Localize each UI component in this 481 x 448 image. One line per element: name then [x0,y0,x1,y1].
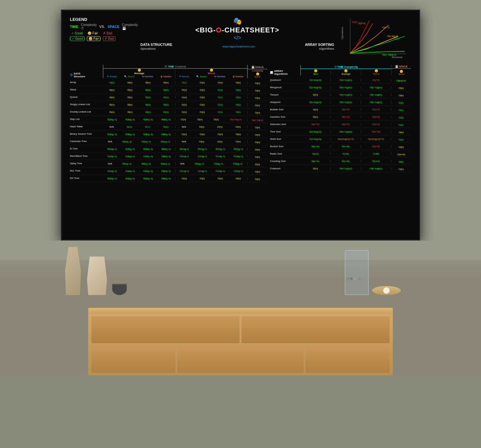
sort-worst-8: O(n(log(n))^2) [361,138,391,140]
ds-space-0: O(n) [248,80,267,85]
sort-best-6: Ω(n^2) [300,123,331,126]
sort-row-3: Heapsort Ω(n log(n)) Θ(n log(n)) O(n log… [270,98,411,106]
worst-face-sort: 😠 [361,69,391,72]
sort-worst-4: O(n^2) [361,108,391,111]
sort-row-10: Radix Sort Ω(nk) Θ(nk) O(nk) O(n+k) [270,150,411,157]
website-link: www.bigocheatsheet.com [222,45,255,48]
ds-row-1: Stack Θ(n) Θ(n) Θ(1) Θ(1) O(n) O(n) O(1)… [70,86,267,94]
sort-best-11: Ω(n+k) [300,160,331,163]
sort-avg-3: Θ(n log(n)) [331,101,361,104]
ds-col-header: DATAStructure [74,72,85,78]
avg-face-sort: 😊 [331,69,361,72]
sort-worst-5: O(n^2) [361,115,391,118]
dresser-drawers-top [88,314,393,344]
time-complexity-col-sub: Complexity [175,65,186,68]
sort-best-10: Ω(nk) [300,152,331,155]
ds-worst-10: Θ(log n) Θ(log n) Θ(log n) Θ(log n) [175,155,248,158]
space-bad-badge: ✗ Bad [103,36,115,41]
ds-avg-4: Θ(n) Θ(n) Θ(1) Θ(1) [103,111,175,114]
time-fair-badge: 😐 Fair [86,31,99,35]
poster-top: LEGEND TIME Complexity ⏱ VS. SPACE Compl… [70,17,411,62]
sort-name-3: Heapsort [270,101,300,104]
data-structure-section: 🗄 DATAStructure ⏱ TIME Complexity [70,65,267,182]
mask-icon: 🎭 [233,17,242,25]
sort-best-0: Ω(n log(n)) [300,79,331,81]
worst-access-icon: 👁 Access [179,75,189,78]
ds-row-9: B-Tree Θ(log n) Θ(log n) Θ(log n) Θ(log … [70,145,267,153]
ds-avg-5: Θ(log n) Θ(log n) Θ(log n) Θ(log n) [103,118,175,121]
legend-area: LEGEND TIME Complexity ⏱ VS. SPACE Compl… [70,17,134,42]
sort-avg-4: Θ(n^2) [331,108,361,111]
array-col-header: ARRAYAlgorithms [274,70,288,75]
glass-vase [345,250,369,295]
sort-space-2: O(n) [391,92,411,97]
sort-space-10: O(n+k) [391,151,411,156]
ds-avg-11: N/A Θ(log n) Θ(log n) Θ(log n) [103,162,175,165]
sort-space-9: O(n) [391,143,411,149]
ds-space-2: O(n) [248,94,267,100]
sort-row-7: Tree Sort Ω(n log(n)) Θ(n log(n)) O(n^2)… [270,128,411,135]
worst-label-sort: Worst [361,72,391,75]
sort-best-1: Ω(n log(n)) [300,86,331,89]
space-ratings-row: ✓ Good 😐 Fair ✗ Bad [70,36,134,41]
ds-avg-10: Θ(log n) Θ(log n) Θ(log n) Θ(log n) [103,155,175,158]
sort-avg-9: Θ(n+k) [331,145,361,148]
sort-worst-10: O(nk) [361,152,391,155]
vase-2 [87,257,107,295]
ds-avg-9: Θ(log n) Θ(log n) Θ(log n) Θ(log n) [103,148,175,150]
nest-decoration [372,286,401,295]
drawer-1 [91,316,240,343]
sort-avg-2: Θ(n log(n)) [331,93,361,96]
space-complexity-sub: Complexity [248,70,267,72]
sort-best-7: Ω(n log(n)) [300,130,331,133]
legend-title: LEGEND [70,17,134,22]
ds-avg-6: N/A Θ(1) Θ(1) Θ(1) [103,125,175,128]
ds-row-3: Singly-Linked List Θ(n) Θ(n) Θ(1) Θ(1) O… [70,101,267,108]
ds-space-8: O(n) [248,139,267,144]
svg-text:Operations: Operations [341,27,344,39]
sort-row-4: Bubble Sort Ω(n) Θ(n^2) O(n^2) O(1) [270,106,411,113]
sort-avg-0: Θ(n log(n)) [331,79,361,81]
sort-name-1: Mergesort [270,86,300,89]
subtitle: </> [233,35,241,41]
array-sorting-title: ARRAY SORTINGAlgorithms [305,43,334,50]
array-sorting-section: 📊 ARRAYAlgorithms ⏱ TIME Complexity 😊 B [270,65,411,182]
ds-avg-13: Θ(log n) Θ(log n) Θ(log n) Θ(log n) [103,177,175,180]
sort-worst-12: O(n log(n)) [361,167,391,170]
sort-avg-10: Θ(nk) [331,152,361,155]
sort-worst-2: O(n log(n)) [361,93,391,96]
ds-space-10: O(n) [248,153,267,159]
data-structure-table: Array Θ(1) Θ(n) Θ(n) Θ(n) O(1) O(n) O(n)… [70,79,267,182]
ds-name-7: Binary Search Tree [70,132,103,136]
time-good-badge: ✓ Good [70,31,84,35]
space-fair-badge: 😐 Fair [87,36,100,41]
ds-avg-8: N/A Θ(log n) Θ(log n) Θ(log n) [103,140,175,143]
ds-row-6: Hash Table N/A Θ(1) Θ(1) Θ(1) N/A O(n) O… [70,123,267,131]
sort-best-3: Ω(n log(n)) [300,101,331,104]
drawer-2 [241,316,390,343]
sort-name-11: Counting Sort [270,160,300,163]
sort-avg-6: Θ(n^2) [331,123,361,126]
sort-time-header: TIME Complexity [337,65,358,68]
ds-name-12: AVL Tree [70,169,103,173]
header-center: 🎭 <BIG-O-CHEATSHEET> </> DATA STRUCTUREO… [134,17,341,50]
dresser [88,308,393,375]
drawer-3 [91,346,175,373]
sort-worst-1: O(n log(n)) [361,86,391,89]
sort-row-1: Mergesort Ω(n log(n)) Θ(n log(n)) O(n lo… [270,84,411,91]
sorting-table: Quicksort Ω(n log(n)) Θ(n log(n)) O(n^2)… [270,76,411,172]
sort-row-9: Bucket Sort Ω(n+k) Θ(n+k) O(n^2) O(n) [270,143,411,150]
dresser-drawers-bottom [88,344,393,375]
best-label: Best [301,72,331,75]
space-complexity-label: SPACE [107,25,119,29]
sort-name-7: Tree Sort [270,130,300,133]
avg-face: 😊 [103,69,175,72]
sort-name-10: Radix Sort [270,152,300,155]
sort-name-8: Shell Sort [270,138,300,140]
sort-name-5: Insertion Sort [270,115,300,118]
legend-complexity-row: TIME Complexity ⏱ VS. SPACE Complexity 💾 [70,23,134,30]
ds-row-4: Doubly-Linked List Θ(n) Θ(n) Θ(1) Θ(1) O… [70,108,267,116]
decor-left [64,247,127,295]
sort-name-12: Cubesort [270,167,300,170]
time-complexity-suffix: Complexity ⏱ [81,23,97,30]
